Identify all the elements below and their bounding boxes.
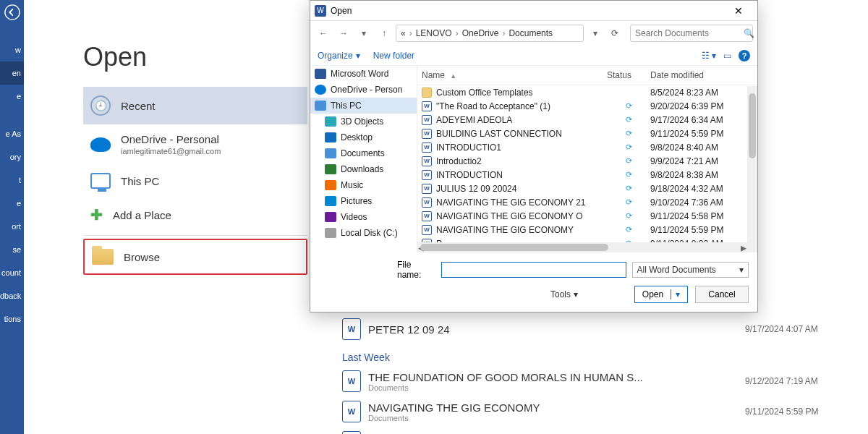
recent-doc-row[interactable]: WNAVIGATING THE GIG ECONOMYDocuments9/11… [342, 396, 846, 427]
file-row[interactable]: WNAVIGATING THE GIG ECONOMY 21⟳9/10/2024… [417, 195, 757, 209]
breadcrumb-segment[interactable]: « [401, 28, 406, 38]
place-browse[interactable]: Browse [83, 239, 307, 275]
file-row[interactable]: W"The Road to Acceptance" (1)⟳9/20/2024 … [417, 99, 757, 113]
file-name: INTRODUCTIO1 [436, 142, 501, 153]
desktop-icon [325, 132, 336, 142]
backstage-item[interactable]: w [0, 38, 24, 61]
new-folder-button[interactable]: New folder [373, 51, 414, 61]
view-button[interactable]: ☷ ▾ [702, 51, 716, 61]
tree-item[interactable]: Downloads [310, 161, 417, 177]
file-row[interactable]: WNAVIGATING THE GIG ECONOMY O⟳9/11/2024 … [417, 209, 757, 223]
file-date: 8/5/2024 8:23 AM [650, 88, 744, 98]
filename-input[interactable] [441, 262, 626, 278]
file-row[interactable]: Custom Office Templates8/5/2024 8:23 AM [417, 85, 757, 99]
tree-item[interactable]: Local Disk (C:) [310, 225, 417, 241]
sync-status-icon: ⟳ [607, 197, 650, 207]
backstage-item[interactable]: e As [0, 122, 24, 145]
recent-group-label: Last Week [342, 344, 846, 366]
breadcrumb-drop-button[interactable]: ▾ [587, 25, 604, 42]
tree-item-label: Desktop [341, 132, 373, 142]
tree-item[interactable]: 3D Objects [310, 114, 417, 129]
backstage-item[interactable]: tions [0, 307, 24, 331]
close-button[interactable]: ✕ [724, 5, 753, 17]
file-date: 9/9/2024 7:21 AM [650, 156, 744, 166]
tree-item-label: Microsoft Word [331, 69, 388, 79]
open-split-drop[interactable]: ▾ [671, 289, 680, 299]
place-thispc[interactable]: This PC [83, 164, 307, 197]
file-row[interactable]: WBUILDING LAST CONNECTION⟳9/11/2024 5:59… [417, 127, 757, 140]
help-icon[interactable]: ? [739, 50, 750, 61]
refresh-button[interactable]: ⟳ [607, 28, 623, 38]
place-sublabel: iamlegitimate61@gmail.com [121, 147, 221, 156]
file-name: NAVIGATING THE GIG ECONOMY [436, 225, 574, 235]
organize-button[interactable]: Organize ▾ [318, 51, 360, 61]
tree-item[interactable]: OneDrive - Person [310, 82, 417, 98]
backstage-item[interactable] [0, 24, 24, 38]
sync-status-icon: ⟳ [607, 156, 650, 166]
recent-doc-row[interactable]: WTHE FOUNDATION OF GOOD MORALS IN HUMAN … [342, 366, 846, 396]
place-recent[interactable]: 🕘Recent [83, 87, 307, 124]
tree-item-label: Pictures [341, 196, 372, 206]
search-input[interactable] [635, 28, 744, 38]
backstage-item[interactable]: e [0, 192, 24, 215]
file-name: INTRODUCTION [436, 170, 503, 180]
word-doc-icon: W [422, 170, 432, 180]
tree-item[interactable]: Documents [310, 145, 417, 161]
backstage-item[interactable]: ory [0, 145, 24, 169]
backstage-item[interactable]: count [0, 261, 24, 284]
filetype-select[interactable]: All Word Documents ▾ [632, 262, 749, 278]
file-row[interactable]: WADEYEMI ADEOLA⟳9/17/2024 6:34 AM [417, 113, 757, 127]
col-name[interactable]: Name ▲ [422, 70, 607, 80]
preview-pane-button[interactable]: ▭ [723, 51, 731, 61]
backstage-item[interactable]: en [0, 61, 24, 85]
open-button[interactable]: Open ▾ [634, 286, 688, 303]
file-row[interactable]: WP⟳9/11/2024 8:02 AM [417, 237, 757, 242]
col-modified[interactable]: Date modified [650, 70, 744, 80]
breadcrumb[interactable]: «›LENOVO›OneDrive›Documents [396, 25, 584, 42]
recent-doc-row[interactable]: WPETER 12 09 249/17/2024 4:07 AM [342, 314, 846, 344]
nav-up-button[interactable]: ↑ [375, 25, 393, 42]
recent-doc-name: NAVIGATING THE GIG ECONOMY O [368, 432, 551, 435]
file-row[interactable]: WIntroductio2⟳9/9/2024 7:21 AM [417, 154, 757, 168]
back-arrow[interactable] [0, 0, 24, 24]
nav-fwd-button[interactable]: → [335, 25, 352, 42]
chevron-right-icon: › [407, 28, 414, 38]
backstage-item[interactable]: e [0, 85, 24, 108]
tree-item-label: OneDrive - Person [331, 85, 402, 95]
breadcrumb-segment[interactable]: LENOVO [416, 28, 452, 38]
cancel-button[interactable]: Cancel [695, 286, 749, 303]
file-row[interactable]: WINTRODUCTION⟳9/8/2024 8:38 AM [417, 168, 757, 182]
vertical-scrollbar[interactable] [747, 86, 757, 252]
tree-item[interactable]: Music [310, 177, 417, 193]
backstage-item[interactable]: se [0, 238, 24, 261]
file-name: JULIUS 12 09 20024 [436, 184, 516, 194]
file-row[interactable]: WINTRODUCTIO1⟳9/8/2024 8:40 AM [417, 140, 757, 154]
word-doc-icon: W [422, 197, 432, 208]
file-date: 9/20/2024 6:39 PM [650, 101, 744, 111]
horizontal-scrollbar[interactable]: ◂▸ [417, 242, 747, 252]
tree-item[interactable]: Videos [310, 209, 417, 225]
place-onedrive[interactable]: OneDrive - Personaliamlegitimate61@gmail… [83, 124, 307, 164]
nav-back-button[interactable]: ← [315, 25, 332, 42]
place-label: This PC [121, 175, 159, 187]
tree-item[interactable]: This PC [310, 98, 417, 114]
breadcrumb-segment[interactable]: Documents [509, 28, 553, 38]
tree-item[interactable]: Microsoft Word [310, 66, 417, 82]
file-row[interactable]: WJULIUS 12 09 20024⟳9/18/2024 4:32 AM [417, 182, 757, 195]
backstage-item[interactable]: dback [0, 284, 24, 307]
tools-button[interactable]: Tools ▾ [550, 289, 578, 299]
breadcrumb-segment[interactable]: OneDrive [462, 28, 499, 38]
tree-item-label: 3D Objects [341, 116, 383, 127]
backstage-item[interactable]: t [0, 169, 24, 192]
place-addplace[interactable]: ✚Add a Place [83, 197, 307, 232]
place-label: Browse [124, 251, 160, 263]
file-row[interactable]: WNAVIGATING THE GIG ECONOMY⟳9/11/2024 5:… [417, 223, 757, 237]
tree-item[interactable]: Desktop [310, 129, 417, 145]
tree-item[interactable]: Pictures [310, 193, 417, 209]
col-status[interactable]: Status [607, 70, 650, 80]
recent-doc-row[interactable]: WNAVIGATING THE GIG ECONOMY ODocuments9/… [342, 427, 846, 434]
search-box[interactable]: 🔍 [630, 25, 753, 42]
nav-history-button[interactable]: ▾ [355, 25, 373, 42]
svg-point-0 [4, 4, 19, 19]
backstage-item[interactable]: ort [0, 215, 24, 238]
